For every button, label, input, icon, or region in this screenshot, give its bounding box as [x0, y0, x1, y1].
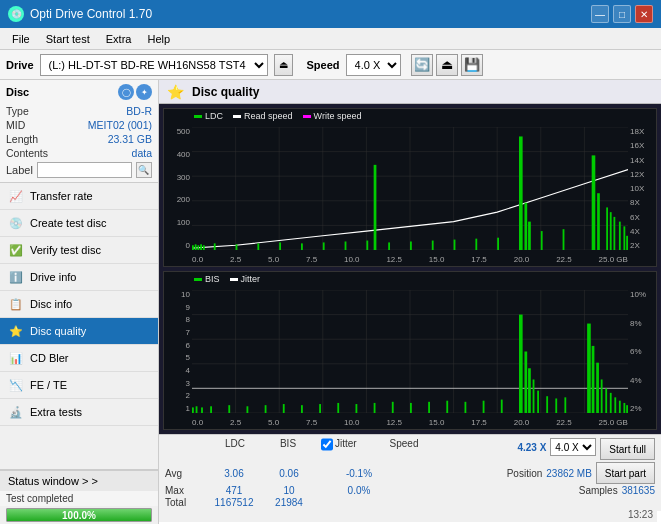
length-label: Length	[6, 133, 38, 145]
fe-te-label: FE / TE	[30, 379, 67, 391]
svg-rect-42	[606, 207, 608, 250]
svg-rect-94	[601, 379, 603, 413]
disc-quality-title: Disc quality	[192, 85, 259, 99]
svg-rect-28	[374, 165, 377, 250]
main-layout: Disc ◯ ✦ Type BD-R MID MEIT02 (001) Leng…	[0, 80, 661, 524]
sidebar-item-cd-bler[interactable]: 📊 CD Bler	[0, 345, 158, 372]
total-label: Total	[165, 497, 201, 508]
disc-info-label: Disc info	[30, 298, 72, 310]
eject-button[interactable]: ⏏	[274, 54, 293, 76]
total-ldc: 1167512	[205, 497, 263, 508]
length-value: 23.31 GB	[108, 133, 152, 145]
scan-button[interactable]: 🔍	[136, 162, 152, 178]
legend-read-speed: Read speed	[233, 111, 293, 121]
sidebar-item-transfer-rate[interactable]: 📈 Transfer rate	[0, 183, 158, 210]
svg-rect-39	[497, 238, 499, 250]
maximize-button[interactable]: □	[613, 5, 631, 23]
svg-rect-92	[592, 346, 595, 413]
ldc-chart: LDC Read speed Write speed 5004003002001…	[163, 108, 657, 267]
sidebar-item-drive-info[interactable]: ℹ️ Drive info	[0, 264, 158, 291]
refresh-button[interactable]: 🔄	[411, 54, 433, 76]
start-part-button[interactable]: Start part	[596, 462, 655, 484]
svg-rect-67	[228, 405, 230, 413]
svg-rect-82	[501, 400, 503, 413]
svg-rect-18	[200, 244, 202, 250]
svg-rect-32	[454, 240, 456, 250]
fe-te-icon: 📉	[8, 377, 24, 393]
svg-rect-30	[410, 241, 412, 250]
sidebar-item-extra-tests[interactable]: 🔬 Extra tests	[0, 399, 158, 426]
disc-info-icon: 📋	[8, 296, 24, 312]
speed-label: Speed	[307, 59, 340, 71]
sidebar-item-verify-test-disc[interactable]: ✅ Verify test disc	[0, 237, 158, 264]
chart1-y-axis-right: 18X16X14X12X10X8X6X4X2X	[628, 127, 656, 250]
sidebar-item-disc-info[interactable]: 📋 Disc info	[0, 291, 158, 318]
create-test-disc-icon: 💿	[8, 215, 24, 231]
label-label: Label	[6, 164, 33, 176]
minimize-button[interactable]: —	[591, 5, 609, 23]
avg-bis: 0.06	[267, 468, 311, 479]
speed-select-stat[interactable]: 4.0 X	[550, 438, 596, 456]
svg-rect-74	[356, 404, 358, 413]
svg-rect-79	[446, 401, 448, 413]
sidebar-item-fe-te[interactable]: 📉 FE / TE	[0, 372, 158, 399]
drive-label: Drive	[6, 59, 34, 71]
eject2-button[interactable]: ⏏	[436, 54, 458, 76]
contents-label: Contents	[6, 147, 48, 159]
svg-rect-33	[519, 136, 523, 250]
create-test-disc-label: Create test disc	[30, 217, 106, 229]
disc-panel: Disc ◯ ✦ Type BD-R MID MEIT02 (001) Leng…	[0, 80, 158, 183]
start-full-button[interactable]: Start full	[600, 438, 655, 460]
chart2-y-axis-right: 10%8%6%4%2%	[628, 290, 656, 413]
svg-rect-20	[214, 243, 216, 250]
label-input[interactable]	[37, 162, 132, 178]
svg-rect-37	[597, 193, 600, 250]
jitter-checkbox[interactable]	[321, 438, 333, 451]
close-button[interactable]: ✕	[635, 5, 653, 23]
save-button[interactable]: 💾	[461, 54, 483, 76]
verify-test-disc-label: Verify test disc	[30, 244, 101, 256]
svg-rect-88	[546, 396, 548, 413]
svg-rect-47	[626, 236, 628, 250]
bis-header: BIS	[265, 438, 311, 451]
svg-rect-38	[475, 239, 477, 250]
svg-rect-80	[465, 402, 467, 413]
mid-value: MEIT02 (001)	[88, 119, 152, 131]
svg-rect-34	[524, 203, 527, 250]
speed-select[interactable]: 4.0 X	[346, 54, 401, 76]
bottom-controls: LDC BIS Jitter Speed 4.23 X 4.0 X	[159, 434, 661, 511]
sidebar-item-disc-quality[interactable]: ⭐ Disc quality	[0, 318, 158, 345]
svg-rect-21	[236, 244, 238, 250]
app-icon: 💿	[8, 6, 24, 22]
svg-rect-85	[528, 368, 531, 413]
timestamp: 13:23	[159, 509, 657, 522]
legend-write-speed: Write speed	[303, 111, 362, 121]
svg-rect-84	[524, 352, 527, 414]
disc-icon-1: ◯	[118, 84, 134, 100]
sidebar: Disc ◯ ✦ Type BD-R MID MEIT02 (001) Leng…	[0, 80, 159, 524]
status-text: Test completed	[0, 491, 158, 506]
chart2-svg	[192, 290, 628, 413]
menu-start-test[interactable]: Start test	[38, 31, 98, 47]
menu-help[interactable]: Help	[139, 31, 178, 47]
extra-tests-icon: 🔬	[8, 404, 24, 420]
svg-rect-64	[196, 406, 198, 413]
svg-rect-29	[388, 242, 390, 250]
bis-legend: BIS Jitter	[194, 274, 260, 284]
menu-file[interactable]: File	[4, 31, 38, 47]
svg-rect-77	[410, 403, 412, 413]
svg-rect-66	[210, 406, 212, 413]
svg-rect-89	[555, 398, 557, 413]
ldc-legend: LDC Read speed Write speed	[194, 111, 361, 121]
svg-rect-19	[203, 245, 205, 250]
drive-select[interactable]: (L:) HL-DT-ST BD-RE WH16NS58 TST4	[40, 54, 268, 76]
bis-dot	[194, 278, 202, 281]
legend-jitter: Jitter	[230, 274, 261, 284]
svg-rect-68	[247, 406, 249, 413]
status-window-button[interactable]: Status window > >	[0, 470, 158, 491]
menu-extra[interactable]: Extra	[98, 31, 140, 47]
sidebar-item-create-test-disc[interactable]: 💿 Create test disc	[0, 210, 158, 237]
drive-bar: Drive (L:) HL-DT-ST BD-RE WH16NS58 TST4 …	[0, 50, 661, 80]
main-content: ⭐ Disc quality LDC Read speed	[159, 80, 661, 524]
chart1-y-axis-left: 5004003002001000	[164, 127, 192, 250]
